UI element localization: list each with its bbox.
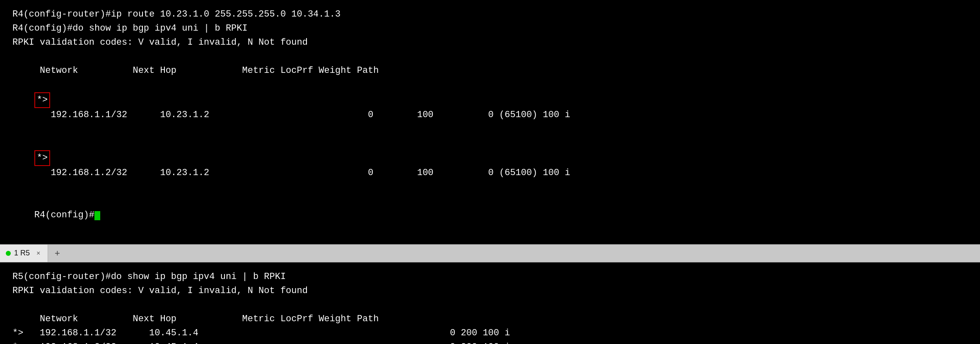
bottom-route-row-1: *> 192.168.1.1/32 10.45.1.4 0 200 100 i: [12, 326, 968, 340]
top-line-2: R4(config)#do show ip bgp ipv4 uni | b R…: [12, 22, 968, 36]
top-route-row-2: *> 192.168.1.2/32 10.23.1.2 0 100 0 (651…: [12, 136, 968, 194]
cursor: [94, 211, 100, 220]
top-route-1-network: 192.168.1.1/32 10.23.1.2 0 100 0 (65100)…: [34, 110, 570, 120]
top-prompt-line: R4(config)#: [12, 194, 968, 236]
bottom-terminal: R5(config-router)#do show ip bgp ipv4 un…: [0, 262, 980, 344]
top-line-4: [12, 50, 968, 64]
tab-r5[interactable]: 1 R5 ×: [0, 245, 48, 262]
bottom-route-row-2: *> 192.168.1.2/32 10.45.1.4 0 200 100 i: [12, 340, 968, 344]
top-header-row: Network Next Hop Metric LocPrf Weight Pa…: [12, 64, 968, 78]
bottom-line-3: [12, 298, 968, 312]
top-prompt: R4(config)#: [34, 210, 94, 220]
tab-bar: 1 R5 × +: [0, 244, 980, 262]
bottom-line-1: R5(config-router)#do show ip bgp ipv4 un…: [12, 270, 968, 284]
top-line-3: RPKI validation codes: V valid, I invali…: [12, 36, 968, 50]
top-route-2-network: 192.168.1.2/32 10.23.1.2 0 100 0 (65100)…: [34, 168, 570, 178]
bottom-header-row: Network Next Hop Metric LocPrf Weight Pa…: [12, 312, 968, 326]
bottom-line-2: RPKI validation codes: V valid, I invali…: [12, 284, 968, 298]
star-gt-box-1: *>: [34, 92, 50, 108]
top-line-1: R4(config-router)#ip route 10.23.1.0 255…: [12, 7, 968, 22]
tab-add-button[interactable]: +: [50, 246, 65, 261]
top-terminal: R4(config-router)#ip route 10.23.1.0 255…: [0, 0, 980, 244]
star-gt-box-2: *>: [34, 150, 50, 166]
tab-close-button[interactable]: ×: [36, 250, 40, 257]
tab-dot: [6, 251, 11, 256]
top-route-row-1: *> 192.168.1.1/32 10.23.1.2 0 100 0 (651…: [12, 78, 968, 136]
tab-label: 1 R5: [14, 249, 30, 257]
